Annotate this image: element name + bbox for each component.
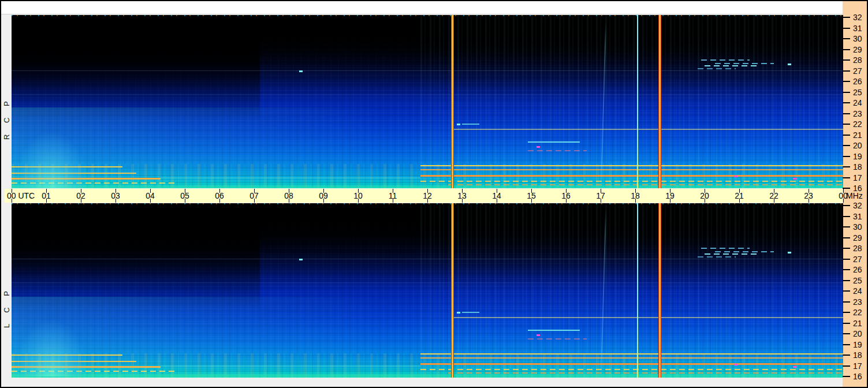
rfi-hline (12, 374, 843, 377)
freq-tick (843, 376, 850, 377)
freq-tick (843, 344, 850, 345)
freq-tick (843, 124, 850, 125)
freq-label: 18 (853, 162, 862, 171)
hour-label: 18 (631, 191, 640, 200)
rfi-hline (420, 175, 843, 177)
hour-label: 15 (527, 191, 536, 200)
freq-label: 24 (853, 98, 862, 107)
rfi-dot (788, 64, 791, 65)
rfi-hline (701, 59, 750, 61)
spectrograph-window: AJ4CO Observatory 11 Mar 2021 - DPS on T… (0, 0, 868, 388)
rfi-hline (462, 312, 479, 313)
freq-tick (843, 237, 850, 238)
freq-label: 23 (853, 297, 862, 307)
top-edge-speckle (12, 203, 843, 204)
freq-label: 28 (853, 55, 862, 65)
freq-label: 16 (853, 372, 862, 381)
rfi-dot (788, 252, 791, 253)
rfi-hline (715, 251, 774, 252)
freq-label: 29 (853, 45, 862, 54)
freq-tick (843, 49, 850, 50)
rfi-hline (698, 68, 736, 69)
freq-tick (843, 216, 850, 217)
rfi-dot (734, 364, 737, 365)
freq-tick (843, 177, 850, 178)
freq-tick (843, 92, 850, 93)
title-bar: AJ4CO Observatory 11 Mar 2021 - DPS on T… (1, 1, 843, 14)
dark-upper-left (12, 203, 260, 310)
rfi-hline (161, 365, 420, 367)
freq-label: 31 (853, 212, 862, 221)
rfi-hline (12, 259, 843, 259)
freq-tick (843, 365, 850, 367)
rfi-hline (12, 186, 843, 188)
freq-tick (843, 226, 850, 227)
hour-label: 16 (561, 191, 571, 200)
dark-upper-left (12, 15, 260, 122)
freq-label: 30 (853, 34, 862, 43)
lcp-spectrogram (12, 203, 843, 378)
hour-label: 17 (596, 191, 605, 200)
freq-label: 23 (853, 109, 862, 118)
rfi-dot (299, 70, 303, 72)
rfi-hline (420, 165, 843, 166)
hour-label: 09 (319, 191, 328, 200)
hour-label: 21 (735, 191, 744, 200)
freq-tick (843, 102, 850, 103)
rfi-hline (705, 65, 760, 66)
rfi-hline (528, 141, 580, 143)
rfi-hline (420, 369, 843, 370)
rfi-hline (528, 338, 587, 339)
rfi-hline (420, 181, 843, 182)
freq-label: 32 (853, 13, 862, 22)
rfi-dot (734, 176, 737, 177)
rfi-hline (701, 248, 750, 249)
hour-label: 20 (700, 191, 709, 200)
top-edge-speckle (12, 15, 843, 16)
freq-label: 27 (853, 66, 862, 76)
rfi-hline (12, 282, 843, 283)
hour-label: 10 (353, 191, 363, 200)
freq-label: 25 (853, 276, 862, 285)
rfi-dot (457, 312, 460, 314)
freq-tick (843, 70, 850, 72)
freq-label: 21 (853, 130, 862, 140)
freq-tick (843, 59, 850, 61)
rfi-hline (420, 363, 843, 365)
freq-label: 17 (853, 173, 862, 182)
afternoon-speckle (420, 203, 843, 378)
freq-tick (843, 38, 850, 39)
freq-tick (843, 248, 850, 249)
freq-label: 17 (853, 361, 862, 371)
marker-line-1243utc (452, 15, 453, 188)
rfi-hline (453, 129, 843, 130)
freq-tick (843, 205, 850, 206)
freq-label: 20 (853, 329, 862, 338)
bright-vertical-1804utc (637, 15, 638, 188)
freq-tick (843, 28, 850, 29)
afternoon-speckle (420, 15, 843, 188)
hour-label: 06 (215, 191, 224, 200)
freq-label: 24 (853, 286, 862, 296)
hour-label: 03 (111, 191, 120, 200)
freq-tick (843, 156, 850, 157)
hour-label: 01 (42, 191, 51, 200)
freq-label: 20 (853, 141, 862, 150)
freq-label: 26 (853, 77, 862, 86)
freq-tick (843, 280, 850, 281)
lcp-polarization-label: L C P (2, 253, 11, 328)
hour-label: 07 (249, 191, 259, 200)
freq-label: 29 (853, 233, 862, 242)
freq-label: 21 (853, 319, 862, 328)
rfi-hline (161, 177, 420, 178)
freq-label: 27 (853, 255, 862, 264)
freq-tick (843, 269, 850, 270)
hour-label: 08 (284, 191, 293, 200)
rfi-dot (299, 259, 303, 260)
rfi-hline (528, 330, 580, 331)
hour-label: 14 (492, 191, 501, 200)
freq-tick (843, 301, 850, 303)
freq-tick (843, 188, 850, 189)
rfi-hline (420, 357, 843, 359)
hour-label: 22 (769, 191, 778, 200)
